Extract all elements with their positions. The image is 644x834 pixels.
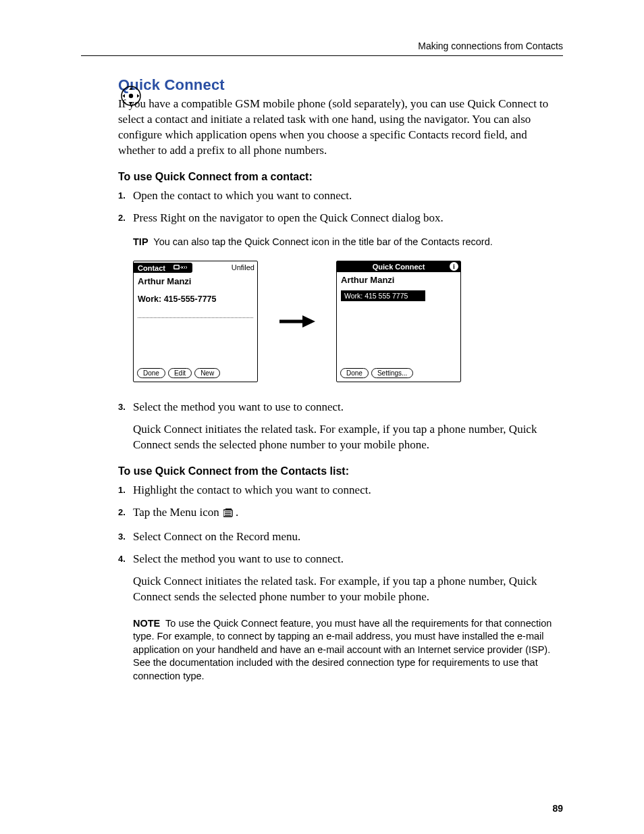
contact-name: Arthur Manzi [134,273,257,288]
svg-marker-3 [129,102,133,105]
qc-selected-item[interactable]: Work: 415 555 7775 [341,290,425,301]
edit-button[interactable]: Edit [168,368,192,378]
screenshot-contact-view: Contact Unfiled Arthur Manzi Work: 415-5… [133,261,258,382]
list-step-3: Select Connect on the Record menu. [118,529,563,545]
svg-marker-2 [129,88,133,90]
list-step-4: Select the method you want to use to con… [118,552,563,605]
step-3-result: Quick Connect initiates the related task… [133,422,563,453]
new-button[interactable]: New [194,368,220,378]
navigator-dpad-icon [120,85,142,107]
tip-text: You can also tap the Quick Connect icon … [153,236,492,247]
section-intro: If you have a compatible GSM mobile phon… [118,97,563,159]
note-text: To use the Quick Connect feature, you mu… [133,618,552,681]
qc-contact-name: Arthur Manzi [337,272,460,286]
contact-title: Contact [138,264,165,272]
svg-marker-5 [137,94,140,98]
list-step-1: Highlight the contact to which you want … [118,483,563,498]
svg-marker-4 [123,94,126,98]
svg-rect-7 [174,265,178,268]
procedure-heading-from-contact: To use Quick Connect from a contact: [118,171,563,183]
page-number: 89 [552,803,563,814]
tip-label: TIP [133,236,149,247]
menu-icon [223,507,234,523]
category-label: Unfiled [232,263,257,271]
svg-point-1 [129,94,133,98]
svg-marker-9 [302,315,315,328]
arrow-right-icon [278,315,316,328]
list-step-4-result: Quick Connect initiates the related task… [133,574,563,605]
step-2: Press Right on the navigator to open the… [118,211,563,226]
header-rule [81,55,563,56]
tip-callout: TIP You can also tap the Quick Connect i… [133,236,563,249]
contact-field-work: Work: 415-555-7775 [134,288,257,305]
note-callout: NOTE To use the Quick Connect feature, y… [133,617,563,683]
quick-connect-icon [173,264,188,272]
qc-settings-button[interactable]: Settings... [371,368,413,378]
qc-done-button[interactable]: Done [340,368,369,378]
running-header: Making connections from Contacts [81,41,563,51]
step-1: Open the contact to which you want to co… [118,188,563,204]
note-label: NOTE [133,618,160,629]
svg-rect-14 [225,509,232,511]
screenshot-row: Contact Unfiled Arthur Manzi Work: 415-5… [133,261,563,382]
info-icon[interactable]: i [450,262,458,271]
done-button[interactable]: Done [137,368,165,378]
qc-title: Quick Connect [373,263,425,271]
screenshot-quick-connect-dialog: Quick Connect i Arthur Manzi Work: 415 5… [336,261,461,382]
step-3: Select the method you want to use to con… [118,400,563,453]
list-step-2: Tap the Menu icon . [118,505,563,523]
section-heading-quick-connect: Quick Connect [118,76,563,94]
procedure-heading-from-list: To use Quick Connect from the Contacts l… [118,465,563,477]
